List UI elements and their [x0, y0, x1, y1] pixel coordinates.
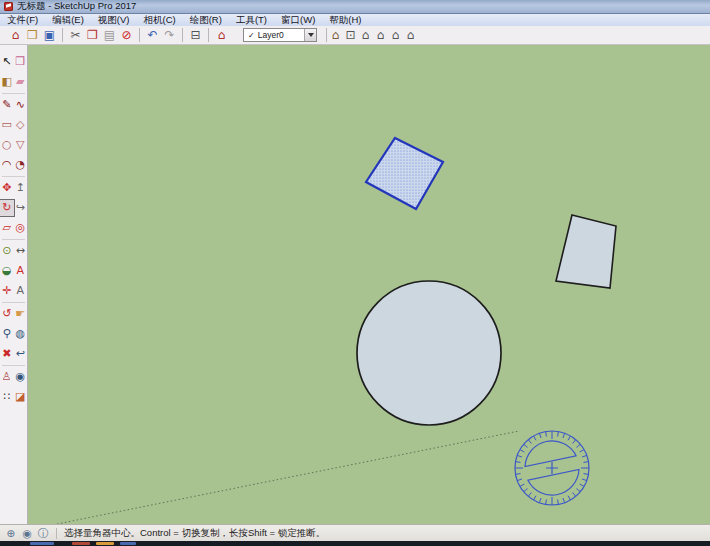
section-plane-tool[interactable]: ◪	[14, 389, 28, 405]
taskbar-blob	[120, 542, 136, 545]
layer-dropdown-value: Layer0	[258, 30, 284, 40]
rotated-rectangle-tool[interactable]: ◇	[14, 117, 28, 133]
cut-button-icon[interactable]: ✂	[68, 27, 83, 43]
sketchup-logo-icon	[4, 2, 13, 11]
menu-view[interactable]: 视图(V)	[91, 14, 137, 26]
rectangle-tool[interactable]: ▭	[0, 117, 14, 133]
undo-button-icon[interactable]: ↶	[145, 27, 160, 43]
erase-button-icon[interactable]: ⊘	[119, 27, 134, 43]
zoom-previous-tool[interactable]: ↩	[14, 346, 28, 362]
select-tool[interactable]: ↖	[0, 54, 14, 70]
checkmark-icon: ✓	[248, 31, 255, 40]
menu-tools[interactable]: 工具(T)	[229, 14, 274, 26]
palette-row: ♙◉	[0, 367, 27, 387]
palette-row: ↺☛	[0, 304, 27, 324]
status-message: 选择量角器中心。Control = 切换复制，长按Shift = 锁定推断。	[64, 527, 325, 540]
freehand-tool[interactable]: ∿	[14, 97, 28, 113]
palette-row: ↻↪	[0, 198, 27, 218]
redo-button-icon[interactable]: ↷	[162, 27, 177, 43]
zoom-window-tool[interactable]: ◍	[14, 326, 28, 342]
palette-separator	[2, 93, 25, 94]
palette-row: ✛A	[0, 281, 27, 301]
menu-bar: 文件(F)编辑(E)视图(V)相机(C)绘图(R)工具(T)窗口(W)帮助(H)	[0, 14, 710, 26]
menu-help[interactable]: 帮助(H)	[322, 14, 368, 26]
toolbar-group: ✂❐▤⊘	[64, 27, 138, 43]
toolbar-group: ⊟	[184, 27, 207, 43]
offset-tool[interactable]: ◎	[14, 220, 28, 236]
palette-row: ✎∿	[0, 95, 27, 115]
toolbar-group: ⌂❒▣	[4, 27, 61, 43]
walk-tool[interactable]: ∷	[0, 389, 14, 405]
menu-file[interactable]: 文件(F)	[0, 14, 45, 26]
zoom-tool[interactable]: ⚲	[0, 326, 14, 342]
taskbar-edge	[0, 541, 710, 546]
view-right-button-icon[interactable]: ⌂	[373, 27, 388, 43]
palette-row: ∷◪	[0, 387, 27, 407]
toolbar-group: ⌂	[210, 27, 233, 43]
dropdown-arrow-icon[interactable]	[304, 29, 316, 41]
protractor-tool[interactable]: ◒	[0, 263, 14, 279]
menu-window[interactable]: 窗口(W)	[274, 14, 322, 26]
arc-tool[interactable]: ◠	[0, 157, 14, 173]
square-shape[interactable]	[556, 215, 616, 288]
toolbar-separator	[62, 28, 63, 42]
tool-palette: ↖❒◧▰✎∿▭◇○▽◠◔✥↥↻↪▱◎⊙↔◒A✛A↺☛⚲◍✖↩♙◉∷◪	[0, 45, 28, 524]
view-top-button-icon[interactable]: ⊡	[343, 27, 358, 43]
zoom-extents-tool[interactable]: ✖	[0, 346, 14, 362]
help-status-icon[interactable]: ⓘ	[37, 527, 49, 539]
palette-row: ✥↥	[0, 178, 27, 198]
view-front-button-icon[interactable]: ⌂	[358, 27, 373, 43]
3d-text-tool[interactable]: A	[14, 283, 28, 299]
credit-status-icon[interactable]: ◉	[21, 527, 33, 539]
main-area: ↖❒◧▰✎∿▭◇○▽◠◔✥↥↻↪▱◎⊙↔◒A✛A↺☛⚲◍✖↩♙◉∷◪	[0, 45, 710, 524]
scale-tool[interactable]: ▱	[0, 220, 14, 236]
tape-measure-tool[interactable]: ⊙	[0, 243, 14, 259]
make-component-tool[interactable]: ❒	[14, 54, 28, 70]
line-tool[interactable]: ✎	[0, 97, 14, 113]
copy-button-icon[interactable]: ❐	[85, 27, 100, 43]
circle-shape[interactable]	[357, 281, 501, 425]
rotate-tool[interactable]: ↻	[0, 200, 14, 216]
palette-row: ◧▰	[0, 72, 27, 92]
look-around-tool[interactable]: ◉	[14, 369, 28, 385]
title-bar: 无标题 - SketchUp Pro 2017	[0, 0, 710, 14]
palette-separator	[2, 176, 25, 177]
sketchup-window: 无标题 - SketchUp Pro 2017 文件(F)编辑(E)视图(V)相…	[0, 0, 710, 546]
position-camera-tool[interactable]: ♙	[0, 369, 14, 385]
model-info-button-icon[interactable]: ⌂	[214, 27, 229, 43]
taskbar-blob	[30, 542, 54, 545]
menu-draw[interactable]: 绘图(R)	[183, 14, 229, 26]
eraser-tool[interactable]: ▰	[14, 74, 28, 90]
circle-tool[interactable]: ○	[0, 137, 14, 153]
axes-tool[interactable]: ✛	[0, 283, 14, 299]
view-back-button-icon[interactable]: ⌂	[388, 27, 403, 43]
push-pull-tool[interactable]: ↥	[14, 180, 28, 196]
drawing-canvas[interactable]	[28, 45, 710, 524]
open-button-icon[interactable]: ❒	[25, 27, 40, 43]
print-button-icon[interactable]: ⊟	[188, 27, 203, 43]
dimension-tool[interactable]: ↔	[14, 243, 28, 259]
taskbar-blob	[72, 542, 90, 545]
palette-row: ◠◔	[0, 155, 27, 175]
save-button-icon[interactable]: ▣	[42, 27, 57, 43]
polygon-tool[interactable]: ▽	[14, 137, 28, 153]
palette-row: ▭◇	[0, 115, 27, 135]
geolocation-status-icon[interactable]: ⊕	[5, 527, 17, 539]
menu-camera[interactable]: 相机(C)	[136, 14, 182, 26]
selected-square-shape[interactable]	[366, 138, 443, 209]
palette-separator	[2, 239, 25, 240]
toolbar-separator	[326, 28, 327, 42]
move-tool[interactable]: ✥	[0, 180, 14, 196]
orbit-tool[interactable]: ↺	[0, 306, 14, 322]
new-button-icon[interactable]: ⌂	[8, 27, 23, 43]
paint-bucket-tool[interactable]: ◧	[0, 74, 14, 90]
view-left-button-icon[interactable]: ⌂	[403, 27, 418, 43]
text-tool[interactable]: A	[14, 263, 28, 279]
pan-tool[interactable]: ☛	[14, 306, 28, 322]
layer-dropdown[interactable]: ✓ Layer0	[243, 28, 317, 42]
paste-button-icon[interactable]: ▤	[102, 27, 117, 43]
follow-me-tool[interactable]: ↪	[14, 200, 28, 216]
view-iso-button-icon[interactable]: ⌂	[328, 27, 343, 43]
pie-tool[interactable]: ◔	[14, 157, 28, 173]
menu-edit[interactable]: 编辑(E)	[45, 14, 91, 26]
